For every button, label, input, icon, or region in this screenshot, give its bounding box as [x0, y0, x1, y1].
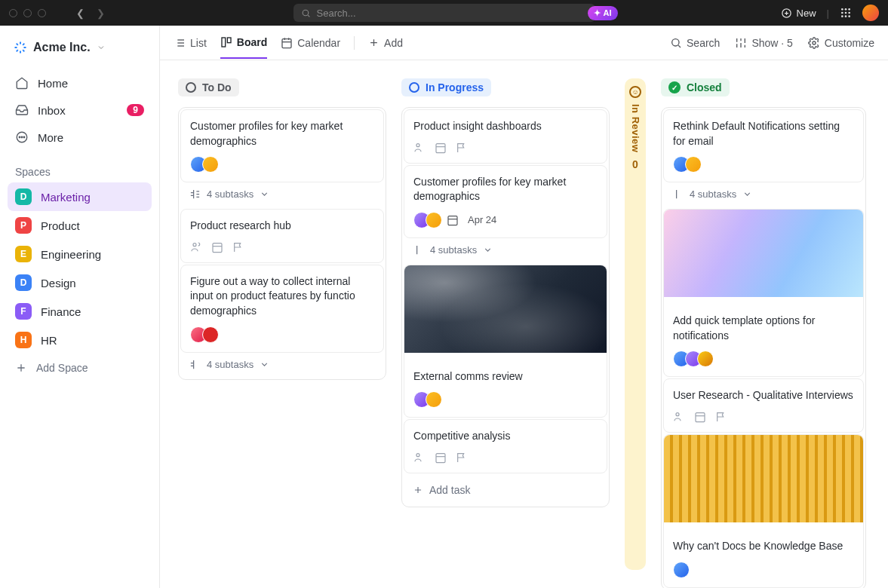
space-item-hr[interactable]: HHR: [8, 326, 152, 354]
task-card[interactable]: Competitive analysis: [404, 419, 607, 473]
column-closed: ✓ Closed Rethink Default Notifications s…: [661, 78, 866, 570]
card-assignees[interactable]: [673, 351, 854, 367]
view-customize[interactable]: Customize: [808, 37, 874, 49]
column-todo: To Do Customer profiles for key market d…: [178, 78, 386, 570]
card-assignees[interactable]: [413, 391, 598, 408]
nav-inbox[interactable]: Inbox 9: [8, 96, 152, 124]
assignee-icon[interactable]: [413, 452, 426, 464]
nav-more[interactable]: More: [8, 124, 152, 151]
svg-rect-22: [227, 38, 231, 43]
svg-rect-39: [436, 143, 445, 152]
task-card[interactable]: User Research - Qualitative Interviews: [663, 378, 864, 433]
svg-point-14: [23, 136, 25, 138]
add-space-button[interactable]: Add Space: [0, 354, 159, 381]
view-list[interactable]: List: [174, 28, 207, 58]
card-date: Apr 24: [468, 214, 496, 225]
space-item-design[interactable]: DDesign: [8, 268, 152, 297]
card-title: Competitive analysis: [413, 429, 598, 444]
card-cover-image: [664, 435, 863, 522]
card-assignees[interactable]: [673, 562, 854, 578]
assignee-icon[interactable]: [190, 241, 202, 253]
card-title: Figure out a way to collect internal inp…: [190, 274, 374, 319]
status-circle-icon: [409, 82, 419, 93]
task-card[interactable]: Add quick template options for notificat…: [663, 209, 864, 377]
svg-rect-36: [213, 243, 222, 252]
space-badge: D: [15, 274, 32, 291]
column-header-progress[interactable]: In Progress: [401, 78, 491, 96]
card-assignees[interactable]: [673, 156, 854, 173]
date-icon[interactable]: [211, 241, 223, 253]
space-item-engineering[interactable]: EEngineering: [8, 240, 152, 268]
workspace-switcher[interactable]: Acme Inc.: [0, 30, 159, 65]
card-assignees[interactable]: [413, 212, 438, 228]
space-badge: F: [15, 303, 32, 320]
chevron-down-icon: [260, 189, 269, 199]
svg-point-2: [841, 8, 843, 11]
date-icon[interactable]: [694, 411, 706, 423]
flag-icon[interactable]: [232, 241, 244, 253]
column-header-closed[interactable]: ✓ Closed: [661, 78, 730, 96]
chevron-down-icon: [97, 43, 106, 52]
global-search[interactable]: Search...: [293, 4, 595, 22]
spaces-heading: Spaces: [0, 155, 159, 182]
add-task-button[interactable]: Add task: [404, 475, 607, 505]
task-card[interactable]: Why can't Docs be Knowledge Base: [663, 434, 864, 588]
card-title: Add quick template options for notificat…: [673, 314, 854, 343]
logo-icon: [14, 41, 27, 54]
space-badge: E: [15, 246, 32, 262]
task-card[interactable]: External comms review: [404, 265, 607, 418]
column-header-todo[interactable]: To Do: [178, 78, 239, 96]
plus-icon: [368, 37, 379, 48]
flag-icon[interactable]: [715, 411, 727, 423]
nav-home[interactable]: Home: [8, 69, 152, 96]
column-review-collapsed[interactable]: ☺ In Review 0: [625, 78, 646, 570]
assignee-icon[interactable]: [413, 142, 426, 154]
search-icon: [670, 37, 682, 49]
svg-point-8: [841, 15, 843, 17]
date-icon[interactable]: [435, 452, 447, 464]
plus-icon: [15, 362, 27, 374]
column-progress: In Progress Product insight dashboards: [401, 78, 610, 570]
task-card[interactable]: Rethink Default Notifications setting fo…: [663, 109, 864, 182]
flag-icon[interactable]: [456, 142, 468, 154]
svg-point-3: [845, 8, 847, 11]
subtasks-toggle[interactable]: 4 subtasks: [663, 184, 864, 207]
divider: |: [827, 8, 829, 19]
space-item-product[interactable]: PProduct: [8, 211, 152, 240]
status-circle-icon: [186, 82, 196, 93]
board-icon: [220, 36, 232, 48]
task-card[interactable]: Product insight dashboards: [404, 109, 607, 164]
subtasks-toggle[interactable]: 4 subtasks: [404, 240, 607, 263]
task-card[interactable]: Customer profiles for key market demogra…: [404, 165, 607, 238]
subtasks-toggle[interactable]: 4 subtasks: [180, 184, 384, 207]
user-avatar[interactable]: [862, 5, 879, 21]
flag-icon[interactable]: [456, 452, 468, 464]
nav-back[interactable]: ❮: [76, 8, 84, 19]
svg-point-43: [416, 454, 419, 457]
space-item-marketing[interactable]: DMarketing: [8, 182, 152, 211]
assignee-icon[interactable]: [673, 411, 685, 423]
subtasks-icon: [413, 244, 424, 256]
ai-button[interactable]: ✦ AI: [588, 6, 618, 20]
plus-icon: [413, 485, 423, 495]
svg-point-12: [19, 136, 20, 138]
task-card[interactable]: Figure out a way to collect internal inp…: [180, 265, 384, 353]
view-board[interactable]: Board: [220, 27, 267, 59]
nav-forward[interactable]: ❯: [97, 8, 105, 19]
subtasks-toggle[interactable]: 4 subtasks: [180, 354, 384, 378]
add-view[interactable]: Add: [368, 28, 403, 58]
date-icon[interactable]: [435, 142, 447, 154]
new-button[interactable]: New: [781, 8, 816, 19]
more-icon: [15, 130, 29, 144]
card-assignees[interactable]: [190, 326, 374, 343]
window-controls[interactable]: [9, 9, 46, 17]
task-card[interactable]: Customer profiles for key market demogra…: [180, 109, 384, 182]
apps-grid-icon[interactable]: [840, 7, 852, 19]
view-search[interactable]: Search: [670, 37, 720, 49]
task-card[interactable]: Product research hub: [180, 209, 384, 263]
view-calendar[interactable]: Calendar: [281, 28, 340, 58]
space-item-finance[interactable]: FFinance: [8, 297, 152, 326]
card-title: User Research - Qualitative Interviews: [673, 388, 854, 403]
view-show[interactable]: Show · 5: [735, 37, 792, 49]
card-assignees[interactable]: [190, 156, 374, 173]
